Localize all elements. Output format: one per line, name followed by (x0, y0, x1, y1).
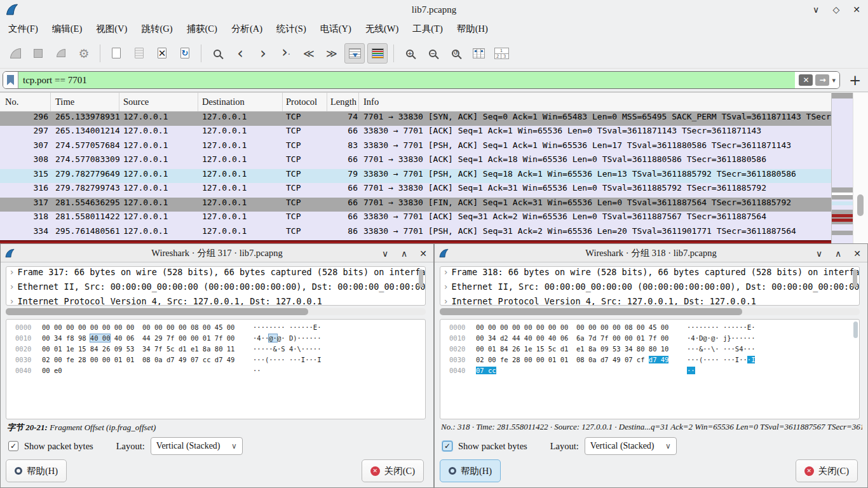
menu-item[interactable]: 电话(Y) (313, 20, 358, 37)
last-packet-icon[interactable]: ≫ (322, 43, 342, 64)
open-file-icon[interactable] (106, 43, 126, 64)
start-capture-icon[interactable] (5, 43, 25, 64)
expander-chevron-icon[interactable]: › (444, 267, 447, 277)
save-file-icon[interactable] (129, 43, 149, 64)
stop-capture-icon[interactable] (28, 43, 48, 64)
tree-row[interactable]: ›Internet Protocol Version 4, Src: 127.0… (6, 296, 425, 306)
menu-item[interactable]: 编辑(E) (45, 20, 90, 37)
go-to-packet-icon[interactable]: ›· (276, 43, 296, 64)
help-button[interactable]: 帮助(H) (440, 459, 501, 482)
show-packet-bytes-checkbox[interactable]: ✓ (8, 441, 18, 451)
maximize-icon[interactable]: ∧ (833, 248, 843, 259)
packet-bytes-pane[interactable]: 000000 00 00 00 00 00 00 00 00 00 00 00 … (440, 319, 860, 419)
packet-row[interactable]: 317281.554636295127.0.0.1127.0.0.1TCP667… (0, 198, 831, 212)
tree-row[interactable]: ›Ethernet II, Src: 00:00:00_00:00:00 (00… (440, 281, 859, 296)
column-header[interactable]: Info (359, 93, 831, 111)
resize-columns-icon[interactable] (468, 43, 489, 64)
packet-details-tree[interactable]: ›Frame 317: 66 bytes on wire (528 bits),… (6, 266, 426, 306)
capture-options-icon[interactable]: ⚙ (74, 43, 94, 64)
layout-select[interactable]: Vertical (Stacked) ∨ (151, 437, 243, 455)
tree-row[interactable]: ›Internet Protocol Version 4, Src: 127.0… (440, 296, 859, 306)
packet-row[interactable]: 318281.558011422127.0.0.1127.0.0.1TCP663… (0, 212, 831, 226)
clear-filter-button[interactable]: ✕ (799, 74, 813, 86)
menu-item[interactable]: 分析(A) (224, 20, 269, 37)
packet-row[interactable]: 316279.782799743127.0.0.1127.0.0.1TCP667… (0, 183, 831, 197)
reload-file-icon[interactable]: ↻ (175, 43, 195, 64)
filter-bookmark-button[interactable] (3, 72, 18, 88)
tree-horizontal-scrollbar-thumb[interactable] (6, 308, 308, 315)
minimize-icon[interactable]: ∨ (811, 4, 821, 15)
zoom-reset-icon[interactable]: ↺ (445, 43, 466, 64)
tree-row[interactable]: ›Ethernet II, Src: 00:00:00_00:00:00 (00… (6, 281, 425, 296)
menu-item[interactable]: 视图(V) (89, 20, 134, 37)
expander-chevron-icon[interactable]: › (444, 281, 447, 292)
zoom-in-icon[interactable]: + (400, 43, 420, 64)
dialog-titlebar[interactable]: Wireshark · 分组 317 · lib7.pcapng ∨ ∧ ✕ (1, 244, 433, 262)
tree-row[interactable]: ›Frame 317: 66 bytes on wire (528 bits),… (6, 267, 425, 281)
packet-row[interactable]: 315279.782779649127.0.0.1127.0.0.1TCP793… (0, 169, 831, 183)
expander-chevron-icon[interactable]: › (10, 281, 13, 292)
packet-row[interactable]: 334295.761480561127.0.0.1127.0.0.1TCP863… (0, 226, 831, 240)
packet-list-scrollbar-thumb[interactable] (857, 194, 864, 216)
packet-row[interactable]: 297265.134001214127.0.0.1127.0.0.1TCP663… (0, 126, 831, 140)
expander-chevron-icon[interactable]: › (10, 267, 13, 277)
close-icon[interactable]: ✕ (852, 248, 862, 259)
filter-dropdown-chevron-icon[interactable]: ▾ (832, 76, 836, 85)
minimize-icon[interactable]: ∨ (380, 248, 390, 259)
colorize-icon[interactable] (367, 43, 388, 64)
column-header[interactable]: Length (327, 93, 359, 111)
close-icon[interactable]: ✕ (851, 4, 862, 15)
maximize-icon[interactable]: ◇ (831, 4, 841, 15)
close-file-icon[interactable]: ✕ (152, 43, 172, 64)
menu-item[interactable]: 统计(S) (269, 20, 313, 37)
help-button[interactable]: 帮助(H) (6, 459, 67, 482)
tree-vertical-scrollbar-thumb[interactable] (419, 269, 423, 287)
menu-item[interactable]: 捕获(C) (180, 20, 224, 37)
display-filter-input[interactable]: tcp.port == 7701 (18, 72, 795, 88)
display-filter-bar[interactable]: tcp.port == 7701 ✕ → ▾ (3, 71, 840, 89)
zoom-out-icon[interactable]: − (423, 43, 443, 64)
maximize-icon[interactable]: ∧ (399, 248, 409, 259)
packet-details-tree[interactable]: ›Frame 318: 66 bytes on wire (528 bits),… (440, 266, 860, 306)
go-back-icon[interactable]: ‹ (230, 43, 250, 64)
menu-item[interactable]: 工具(T) (405, 20, 450, 37)
expander-chevron-icon[interactable]: › (444, 296, 447, 306)
tree-horizontal-scrollbar[interactable] (6, 308, 426, 315)
column-header[interactable]: Protocol (283, 93, 327, 111)
tree-horizontal-scrollbar-thumb[interactable] (440, 308, 742, 315)
dialog-titlebar[interactable]: Wireshark · 分组 318 · lib7.pcapng ∨ ∧ ✕ (435, 244, 867, 262)
find-packet-icon[interactable] (207, 43, 227, 64)
tree-row[interactable]: ›Frame 318: 66 bytes on wire (528 bits),… (440, 267, 859, 281)
layout-chooser-icon[interactable]: 123 (491, 43, 512, 64)
expander-chevron-icon[interactable]: › (10, 296, 13, 306)
close-button[interactable]: ✕ 关闭(C) (362, 459, 424, 482)
column-header[interactable]: Destination (198, 93, 283, 111)
add-filter-button[interactable]: + (849, 74, 861, 86)
go-forward-icon[interactable]: › (253, 43, 273, 64)
restart-capture-icon[interactable] (51, 43, 71, 64)
packet-row[interactable]: 308274.577083309127.0.0.1127.0.0.1TCP667… (0, 154, 831, 168)
close-icon[interactable]: ✕ (418, 248, 428, 259)
column-header[interactable]: No. (0, 93, 51, 111)
menu-item[interactable]: 无线(W) (358, 20, 405, 37)
auto-scroll-icon[interactable] (344, 43, 365, 64)
minimize-icon[interactable]: ∨ (814, 248, 824, 259)
packet-row[interactable]: 296265.133978931127.0.0.1127.0.0.1TCP747… (0, 112, 831, 126)
first-packet-icon[interactable]: ≪ (299, 43, 319, 64)
layout-select[interactable]: Vertical (Stacked) ∨ (585, 437, 677, 455)
column-header[interactable]: Source (119, 93, 198, 111)
packet-list-header[interactable]: No.TimeSourceDestinationProtocolLengthIn… (0, 92, 831, 112)
tree-vertical-scrollbar-thumb[interactable] (853, 269, 857, 287)
show-packet-bytes-checkbox[interactable]: ✓ (442, 441, 452, 451)
column-header[interactable]: Time (51, 93, 119, 111)
tree-horizontal-scrollbar[interactable] (440, 308, 860, 315)
main-titlebar[interactable]: lib7.pcapng ∨ ◇ ✕ (0, 0, 868, 19)
apply-filter-button[interactable]: → (815, 74, 829, 86)
packet-list-minimap-scrollbar[interactable] (831, 93, 853, 243)
packet-list-scrollbar-track[interactable] (853, 93, 868, 243)
menu-item[interactable]: 帮助(H) (450, 20, 495, 37)
menu-item[interactable]: 文件(F) (1, 20, 45, 37)
menu-item[interactable]: 跳转(G) (134, 20, 179, 37)
packet-row[interactable]: 307274.577057684127.0.0.1127.0.0.1TCP833… (0, 140, 831, 154)
close-button[interactable]: ✕ 关闭(C) (796, 459, 858, 482)
